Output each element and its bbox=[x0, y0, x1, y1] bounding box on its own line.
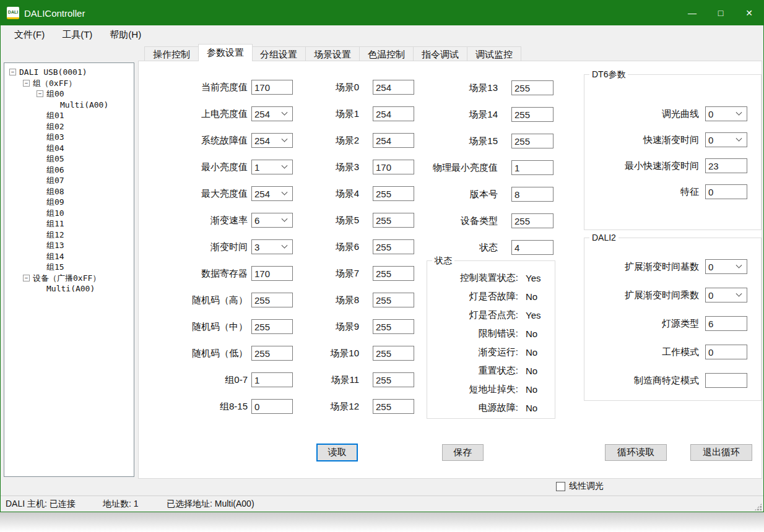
text-input[interactable] bbox=[373, 213, 414, 228]
text-input[interactable] bbox=[511, 134, 553, 148]
tree-item[interactable]: 组11 bbox=[4, 218, 134, 230]
tree-item[interactable]: −设备（广播0xFF） bbox=[4, 273, 134, 284]
text-input[interactable] bbox=[251, 80, 293, 95]
combo-box[interactable]: 0 bbox=[705, 259, 747, 274]
tab-6[interactable]: 调试监控 bbox=[467, 46, 521, 61]
chevron-down-icon bbox=[282, 135, 288, 142]
combo-box[interactable]: 6 bbox=[251, 213, 293, 228]
combo-box[interactable]: 3 bbox=[251, 239, 293, 254]
combo-box[interactable]: 0 bbox=[705, 288, 747, 302]
text-input[interactable] bbox=[251, 319, 293, 334]
text-input[interactable] bbox=[373, 346, 414, 361]
tree-item[interactable]: 组02 bbox=[4, 121, 134, 132]
combo-box[interactable]: 254 bbox=[251, 106, 293, 121]
text-input[interactable] bbox=[705, 158, 747, 173]
text-input[interactable] bbox=[511, 213, 553, 228]
minimize-button[interactable]: — bbox=[678, 1, 706, 25]
tree-item[interactable]: 组01 bbox=[4, 110, 134, 121]
text-input[interactable] bbox=[373, 399, 414, 414]
text-input[interactable] bbox=[373, 133, 414, 148]
text-input[interactable] bbox=[373, 266, 414, 281]
tree-item[interactable]: 组04 bbox=[4, 143, 134, 154]
text-input[interactable] bbox=[251, 399, 293, 414]
tree-item[interactable]: Multi(A00) bbox=[4, 100, 134, 111]
close-button[interactable]: ✕ bbox=[735, 1, 763, 25]
text-input[interactable] bbox=[511, 160, 553, 175]
tree-item[interactable]: −DALI USB(0001) bbox=[4, 67, 134, 78]
field-label: 场景0 bbox=[313, 82, 373, 93]
tree-item[interactable]: 组05 bbox=[4, 153, 134, 165]
text-input[interactable] bbox=[373, 319, 414, 334]
text-input[interactable] bbox=[373, 80, 414, 95]
tree-item[interactable]: 组06 bbox=[4, 165, 134, 176]
text-input[interactable] bbox=[251, 293, 293, 307]
maximize-button[interactable]: □ bbox=[706, 1, 735, 25]
tree-item[interactable]: 组03 bbox=[4, 132, 134, 143]
status-row: 灯是否点亮:Yes bbox=[427, 308, 555, 322]
text-input[interactable] bbox=[251, 346, 293, 361]
text-input[interactable] bbox=[251, 372, 293, 387]
linear-dimming-checkbox[interactable] bbox=[556, 482, 565, 491]
resize-grip[interactable] bbox=[754, 503, 762, 511]
text-input[interactable] bbox=[251, 266, 293, 281]
tree-item[interactable]: 组07 bbox=[4, 175, 134, 186]
tree-item[interactable]: Multi(A00) bbox=[4, 283, 134, 294]
device-tree[interactable]: −DALI USB(0001)−组（0xFF）−组00Multi(A00)组01… bbox=[4, 62, 134, 477]
save-button[interactable]: 保存 bbox=[442, 444, 484, 461]
text-input[interactable] bbox=[373, 293, 414, 307]
text-input[interactable] bbox=[373, 160, 414, 174]
tree-expander-icon[interactable]: − bbox=[23, 275, 30, 281]
tab-5[interactable]: 指令调试 bbox=[414, 46, 467, 61]
menu-item-0[interactable]: 文件(F) bbox=[6, 27, 53, 43]
tab-1[interactable]: 参数设置 bbox=[198, 44, 253, 61]
exit-loop-button[interactable]: 退出循环 bbox=[690, 444, 752, 461]
tree-expander-icon[interactable]: − bbox=[9, 69, 16, 75]
menu-item-2[interactable]: 帮助(H) bbox=[101, 27, 150, 43]
tree-item[interactable]: 组09 bbox=[4, 197, 134, 208]
menu-item-1[interactable]: 工具(T) bbox=[53, 27, 101, 43]
read-button[interactable]: 读取 bbox=[316, 444, 358, 461]
tab-3[interactable]: 场景设置 bbox=[306, 46, 360, 61]
combo-box[interactable]: 0 bbox=[705, 106, 747, 121]
tab-0[interactable]: 操作控制 bbox=[144, 46, 199, 61]
text-input[interactable] bbox=[511, 240, 553, 255]
text-input[interactable] bbox=[511, 80, 553, 95]
app-window: DALI DALIController — □ ✕ 文件(F)工具(T)帮助(H… bbox=[0, 0, 764, 512]
linear-dimming-row: 线性调光 bbox=[556, 481, 604, 492]
tree-item[interactable]: 组10 bbox=[4, 208, 134, 219]
text-input[interactable] bbox=[373, 186, 414, 201]
combo-box[interactable]: 1 bbox=[251, 160, 293, 174]
tree-item[interactable]: 组08 bbox=[4, 186, 134, 197]
tree-expander-icon[interactable]: − bbox=[37, 90, 43, 97]
tree-item[interactable]: −组00 bbox=[4, 88, 134, 100]
dali2-groupbox: DALI2 扩展渐变时间基数0扩展渐变时间乘数0灯源类型工作模式制造商特定模式 bbox=[584, 238, 762, 401]
statusbar-host-status: DALI 主机: 已连接 bbox=[6, 499, 76, 510]
text-input[interactable] bbox=[511, 187, 553, 202]
tree-item[interactable]: 组12 bbox=[4, 230, 134, 241]
tab-2[interactable]: 分组设置 bbox=[252, 46, 306, 61]
tree-expander-icon[interactable]: − bbox=[23, 80, 30, 87]
combo-box[interactable]: 254 bbox=[251, 133, 293, 148]
tree-item[interactable]: 组13 bbox=[4, 240, 134, 251]
tree-item[interactable]: −组（0xFF） bbox=[4, 78, 134, 89]
text-input[interactable] bbox=[705, 345, 747, 359]
tree-item[interactable]: 组14 bbox=[4, 251, 134, 262]
text-input[interactable] bbox=[705, 184, 747, 199]
combo-box[interactable]: 254 bbox=[251, 186, 293, 201]
text-input[interactable] bbox=[705, 373, 747, 388]
field-label: 快速渐变时间 bbox=[591, 134, 705, 146]
status-value: No bbox=[526, 384, 537, 395]
tree-item[interactable]: 组15 bbox=[4, 262, 134, 273]
tree-item-label: 设备（广播0xFF） bbox=[33, 273, 100, 284]
loop-read-button[interactable]: 循环读取 bbox=[605, 444, 667, 461]
tab-4[interactable]: 色温控制 bbox=[360, 46, 414, 61]
tree-item-label: 组12 bbox=[46, 230, 64, 241]
text-input[interactable] bbox=[373, 372, 414, 387]
text-input[interactable] bbox=[373, 106, 414, 121]
text-input[interactable] bbox=[511, 107, 553, 122]
field-label: 随机码（中） bbox=[143, 321, 251, 333]
text-input[interactable] bbox=[705, 316, 747, 331]
combo-box[interactable]: 0 bbox=[705, 132, 747, 147]
menu-bar: 文件(F)工具(T)帮助(H) bbox=[1, 25, 763, 45]
text-input[interactable] bbox=[373, 239, 414, 254]
